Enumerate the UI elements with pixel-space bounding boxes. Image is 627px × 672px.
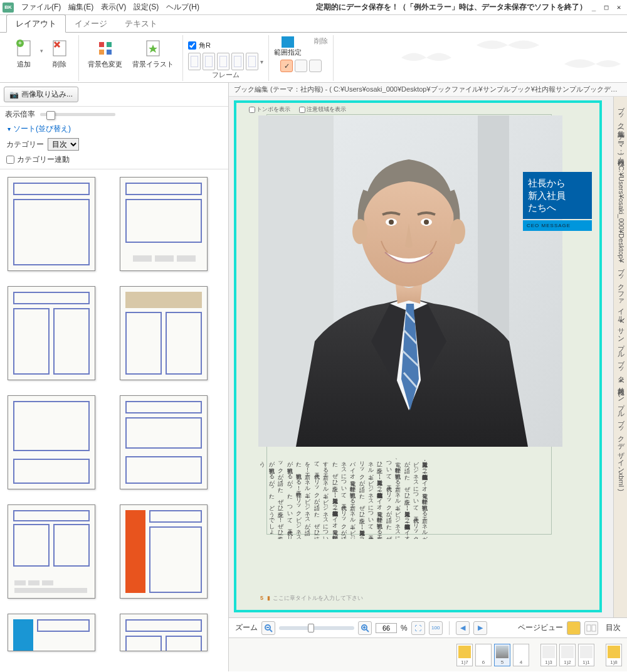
- sel-action-3[interactable]: [309, 60, 322, 72]
- main-area: 📷 画像取り込み... 表示倍率 ▾ ソート(並び替え) カテゴリー 目次 カテ…: [0, 83, 627, 671]
- caption-box[interactable]: 社長から 新入社員 たちへ: [523, 172, 592, 219]
- app-logo-icon: BK: [3, 3, 14, 13]
- zoom-out-button[interactable]: [261, 621, 275, 635]
- sel-action-2[interactable]: [295, 60, 307, 72]
- zoom-value-input[interactable]: [376, 623, 397, 633]
- mini-thumb[interactable]: 1)2: [559, 644, 576, 666]
- svg-rect-6: [99, 50, 104, 55]
- bgillust-icon: [143, 38, 163, 58]
- mini-thumb[interactable]: 4: [513, 644, 529, 666]
- bgcolor-button[interactable]: 背景色変更: [84, 37, 126, 70]
- minimize-button[interactable]: _: [588, 3, 599, 13]
- tab-text[interactable]: テキスト: [116, 15, 166, 32]
- frame-more-icon[interactable]: ▾: [260, 58, 263, 65]
- pageview-spread-button[interactable]: [584, 621, 598, 635]
- caption-subtitle[interactable]: CEO MESSAGE: [523, 220, 592, 231]
- body-text-area[interactable]: 風力発電・ソーラー発電・地熱発電・波力発電・バイオ発電、弊社が挑戦する新エネルギ…: [258, 457, 568, 539]
- tab-image[interactable]: イメージ: [66, 15, 116, 32]
- dropdown-arrow-icon[interactable]: ▾: [40, 48, 43, 54]
- import-image-button[interactable]: 📷 画像取り込み...: [4, 87, 78, 102]
- template-thumb[interactable]: [8, 504, 95, 599]
- category-select[interactable]: 目次: [48, 138, 79, 151]
- document-title: ブック編集 (テーマ：社内報) - ( C:¥Users¥osaki_000¥D…: [229, 83, 627, 97]
- footer-marker-icon: ▮: [267, 595, 270, 601]
- tab-layout[interactable]: レイアウト: [6, 14, 66, 33]
- svg-rect-4: [99, 42, 104, 47]
- canvas-area[interactable]: トンボを表示 注意領域を表示: [229, 97, 613, 617]
- prev-page-button[interactable]: ◀: [456, 621, 470, 635]
- caption-line-2: 新入社員: [528, 189, 587, 202]
- add-page-button[interactable]: + 追加: [10, 37, 38, 70]
- menu-view[interactable]: 表示(V): [97, 2, 130, 13]
- toc-button[interactable]: 目次: [606, 622, 621, 633]
- bgillust-label: 背景イラスト: [132, 60, 174, 69]
- zoom-percent-label: %: [401, 624, 408, 632]
- template-thumb[interactable]: [120, 177, 208, 271]
- svg-point-20: [389, 220, 394, 225]
- ribbon-group-selection: 範囲指定 削除 ✓: [269, 35, 334, 81]
- chevron-down-icon: ▾: [8, 125, 11, 132]
- template-thumb[interactable]: [8, 177, 95, 271]
- category-link-checkbox[interactable]: [6, 156, 14, 164]
- zoom-100-button[interactable]: 100: [429, 621, 443, 635]
- bgillust-button[interactable]: 背景イラスト: [129, 37, 177, 70]
- safe-area-checkbox[interactable]: 注意領域を表示: [299, 105, 346, 114]
- frame-style-5[interactable]: [246, 53, 258, 70]
- template-thumb[interactable]: [8, 395, 95, 489]
- svg-rect-30: [587, 625, 591, 631]
- bgcolor-label: 背景色変更: [88, 60, 122, 69]
- mini-thumb[interactable]: 1)8: [606, 644, 622, 666]
- zoom-slider-row: 表示倍率: [0, 107, 228, 122]
- close-button[interactable]: ✕: [613, 3, 624, 13]
- page[interactable]: トンボを表示 注意領域を表示: [236, 103, 599, 610]
- svg-point-17: [352, 219, 367, 244]
- import-bar: 📷 画像取り込み...: [0, 83, 228, 107]
- page-frame: トンボを表示 注意領域を表示: [234, 100, 602, 612]
- menu-settings[interactable]: 設定(S): [130, 2, 162, 13]
- menu-help[interactable]: ヘルプ(H): [162, 2, 203, 13]
- page-number: 5: [260, 595, 263, 601]
- ceo-photo[interactable]: [258, 115, 562, 447]
- mini-thumb[interactable]: 1)3: [540, 644, 557, 666]
- maximize-button[interactable]: □: [601, 3, 612, 13]
- template-thumbnail-grid[interactable]: [0, 169, 228, 671]
- zoom-in-button[interactable]: [358, 621, 372, 635]
- frame-style-4[interactable]: [231, 53, 244, 70]
- delete-page-button[interactable]: 削除: [46, 37, 73, 70]
- category-link-label: カテゴリー連動: [17, 154, 70, 165]
- range-icon[interactable]: [282, 36, 294, 48]
- template-thumb[interactable]: [8, 286, 95, 380]
- sel-action-1[interactable]: ✓: [280, 60, 293, 72]
- ribbon-group-frame: 角R ▾ フレーム: [183, 35, 269, 81]
- footer-placeholder[interactable]: ここに章タイトルを入力して下さい: [273, 594, 363, 602]
- fit-width-button[interactable]: ⛶: [411, 621, 425, 635]
- mini-thumb[interactable]: 1)1: [578, 644, 594, 666]
- frame-style-3[interactable]: [217, 53, 229, 70]
- frame-style-1[interactable]: [188, 53, 201, 70]
- menu-file[interactable]: ファイル(F): [18, 2, 65, 13]
- roundr-label: 角R: [199, 41, 211, 50]
- frame-style-2[interactable]: [203, 53, 215, 70]
- next-page-button[interactable]: ▶: [473, 621, 487, 635]
- template-thumb[interactable]: [8, 614, 95, 651]
- trim-checkbox[interactable]: トンボを表示: [249, 105, 290, 114]
- pageview-single-button[interactable]: [567, 621, 581, 635]
- mini-thumb[interactable]: 5: [494, 644, 510, 666]
- side-tab[interactable]: ブック編集 (テーマ：社内報) - ( C:¥Users¥osaki_000¥D…: [613, 97, 627, 617]
- pageview-label: ページビュー: [518, 622, 563, 633]
- roundr-checkbox[interactable]: 角R: [188, 41, 211, 50]
- sort-link[interactable]: ▾ ソート(並び替え): [0, 122, 228, 136]
- body-text: 風力発電・ソーラー発電・地熱発電・波力発電・バイオ発電、弊社が挑戦する新エネルギ…: [258, 457, 429, 539]
- template-thumb[interactable]: [120, 286, 208, 380]
- mini-thumb[interactable]: 6: [475, 644, 492, 666]
- template-thumb[interactable]: [120, 504, 208, 599]
- zoom-slider[interactable]: [40, 113, 115, 116]
- camera-icon: 📷: [9, 90, 19, 99]
- template-thumb[interactable]: [120, 395, 208, 489]
- zoom-slider[interactable]: [279, 626, 354, 630]
- svg-point-22: [424, 220, 429, 225]
- template-thumb[interactable]: [120, 614, 208, 651]
- ribbon-group-page: + 追加 ▾ 削除: [5, 35, 79, 81]
- mini-thumb[interactable]: 1)7: [456, 644, 473, 666]
- menu-edit[interactable]: 編集(E): [65, 2, 97, 13]
